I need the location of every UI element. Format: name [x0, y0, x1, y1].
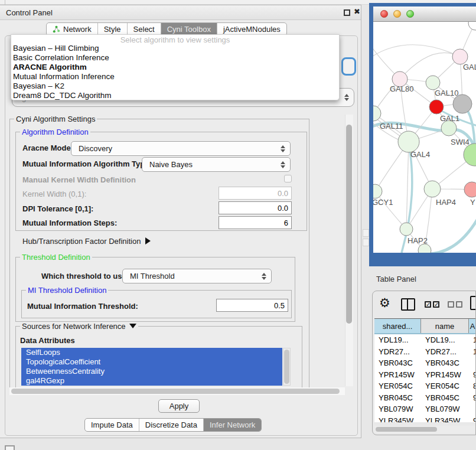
- list-item-gal4rgexp[interactable]: gal4RGexp: [21, 376, 282, 386]
- tab-infer-network-label: Infer Network: [210, 420, 255, 429]
- column-header-cut[interactable]: A: [469, 319, 476, 333]
- tab-network[interactable]: Network: [47, 23, 98, 35]
- settings-vertical-scrollbar-thumb[interactable]: [346, 125, 352, 324]
- table-row[interactable]: YER054C YER054C 8.: [374, 380, 476, 392]
- table-panel: ⚙ ✓ ✓ shared... name A YDL19... YDL19...…: [372, 291, 476, 435]
- kernel-width-field[interactable]: [219, 187, 292, 200]
- node-label: GAL11: [380, 122, 403, 131]
- close-traffic-light-icon[interactable]: [380, 10, 388, 18]
- expanded-arrow-icon: [129, 324, 136, 328]
- table-header-row: shared... name A: [374, 319, 476, 334]
- combo-spinner-icon: [344, 94, 348, 101]
- dropdown-item-dream8[interactable]: Dream8 DC_TDC Algorithm: [11, 91, 339, 100]
- manual-kernel-label: Manual Kernel Width Definition: [22, 175, 136, 184]
- document-icon[interactable]: [470, 296, 476, 310]
- focused-button[interactable]: [341, 57, 356, 76]
- cell: YBR045C: [421, 393, 469, 402]
- dropdown-item-mutual-information[interactable]: Mutual Information Inference: [11, 72, 339, 81]
- tab-discretize-data[interactable]: Discretize Data: [139, 419, 204, 431]
- splitter-collapse-button[interactable]: [363, 229, 369, 237]
- column-header-name[interactable]: name: [421, 319, 469, 333]
- aracne-mode-combo[interactable]: Discovery: [71, 141, 291, 156]
- network-node-gal10[interactable]: [426, 76, 440, 90]
- dropdown-item-basic-correlation[interactable]: Basic Correlation Inference: [11, 53, 339, 63]
- network-node-gal11[interactable]: [373, 106, 381, 121]
- table-row[interactable]: YLR345W YLR345W 9.: [374, 415, 476, 423]
- hub-definition-toggle[interactable]: Hub/Transcription Factor Definition: [22, 237, 151, 246]
- gear-icon[interactable]: ⚙: [379, 296, 390, 309]
- columns-icon[interactable]: [401, 298, 415, 311]
- corner-widget[interactable]: [5, 445, 15, 450]
- table-row[interactable]: YBR043C YBR043C: [374, 357, 476, 369]
- node-label: GAL80: [390, 84, 413, 93]
- network-window-titlebar[interactable]: [373, 6, 476, 22]
- unchecked-checkbox-icon[interactable]: [448, 301, 454, 308]
- network-view-window: GAL GAL80 GAL10 GAL1 GAL11 SWI4 GAL4 GCY…: [373, 6, 476, 253]
- control-panel-titlebar[interactable]: Control Panel ✖: [0, 5, 361, 20]
- table-row[interactable]: YDR27... YDR27... 12: [374, 346, 476, 358]
- dropdown-item-bayesian-hill-climbing[interactable]: Bayesian – Hill Climbing: [11, 44, 339, 53]
- network-node-hap4[interactable]: [424, 181, 441, 197]
- table-horizontal-scrollbar[interactable]: [374, 426, 476, 433]
- list-scrollbar[interactable]: [283, 348, 291, 386]
- cell: YBL079W: [374, 405, 421, 413]
- dropdown-item-bayesian-k2[interactable]: Bayesian – K2: [11, 81, 339, 91]
- tab-select[interactable]: Select: [128, 23, 161, 35]
- close-icon[interactable]: ✖: [354, 7, 360, 16]
- table-row[interactable]: YBR045C YBR045C 9.: [374, 392, 476, 404]
- network-node-hap2[interactable]: [400, 223, 413, 236]
- list-item-topologicalcoefficient[interactable]: TopologicalCoefficient: [21, 357, 282, 367]
- which-threshold-combo[interactable]: MI Threshold: [122, 269, 272, 283]
- table-horizontal-scrollbar-thumb[interactable]: [376, 427, 437, 432]
- settings-horizontal-scrollbar-thumb[interactable]: [11, 389, 340, 394]
- dpi-tolerance-field[interactable]: [219, 201, 292, 214]
- cell: 9.: [469, 393, 476, 402]
- tab-cyni-toolbox[interactable]: Cyni Toolbox: [161, 23, 217, 35]
- dropdown-item-aracne[interactable]: ARACNE Algorithm: [11, 63, 339, 72]
- tab-style-label: Style: [104, 25, 121, 34]
- checked-checkbox-icon[interactable]: ✓: [425, 301, 431, 308]
- cell: 9.: [469, 370, 476, 379]
- network-node[interactable]: [464, 182, 476, 197]
- network-node-gal1[interactable]: [429, 100, 444, 114]
- mi-type-combo[interactable]: Naive Bayes: [142, 157, 291, 172]
- kernel-width-label: Kernel Width (0,1):: [22, 190, 86, 198]
- which-threshold-label: Which threshold to use:: [41, 272, 129, 281]
- float-window-icon[interactable]: [344, 9, 350, 16]
- manual-kernel-checkbox[interactable]: [284, 175, 292, 182]
- network-node-gcy1[interactable]: [373, 184, 382, 198]
- tab-style[interactable]: Style: [98, 23, 128, 35]
- unchecked-checkbox-icon[interactable]: [456, 301, 462, 308]
- cell: 13: [469, 335, 476, 344]
- tab-impute-data[interactable]: Impute Data: [85, 419, 139, 431]
- list-item-betweennesscentrality[interactable]: BetweennessCentrality: [21, 367, 282, 376]
- node-label: HAP4: [436, 198, 456, 207]
- cell: YBR043C: [374, 358, 421, 367]
- table-row[interactable]: YDL19... YDL19... 13: [374, 334, 476, 346]
- tab-infer-network[interactable]: Infer Network: [204, 419, 261, 431]
- network-node[interactable]: [468, 22, 476, 30]
- table-row[interactable]: YPR145W YPR145W 9.: [374, 369, 476, 381]
- apply-button[interactable]: Apply: [158, 399, 200, 413]
- zoom-traffic-light-icon[interactable]: [406, 10, 414, 18]
- column-header-shared[interactable]: shared...: [374, 319, 421, 333]
- data-attributes-list[interactable]: SelfLoops TopologicalCoefficient Between…: [21, 348, 282, 386]
- sources-title-text: Sources for Network Inference: [22, 322, 126, 331]
- network-node-gal4[interactable]: [398, 131, 419, 152]
- table-row[interactable]: YBL079W YBL079W: [374, 403, 476, 415]
- mi-steps-field[interactable]: [219, 216, 292, 229]
- cell: YBL079W: [421, 405, 469, 413]
- tab-jactivemnodules[interactable]: jActiveMNodules: [217, 23, 286, 35]
- network-graph[interactable]: GAL GAL80 GAL10 GAL1 GAL11 SWI4 GAL4 GCY…: [373, 22, 476, 253]
- mi-threshold-field[interactable]: [216, 299, 288, 312]
- list-scrollbar-thumb[interactable]: [284, 350, 289, 384]
- network-icon: [53, 25, 60, 33]
- network-canvas[interactable]: GAL GAL80 GAL10 GAL1 GAL11 SWI4 GAL4 GCY…: [373, 22, 476, 253]
- sources-group-title[interactable]: Sources for Network Inference: [20, 322, 138, 331]
- settings-group-title: Cyni Algorithm Settings: [14, 115, 97, 123]
- splitter-expand-button[interactable]: [363, 239, 369, 246]
- list-item-selfloops[interactable]: SelfLoops: [21, 348, 282, 357]
- table-panel-title: Table Panel: [376, 275, 416, 283]
- minimize-traffic-light-icon[interactable]: [393, 10, 401, 18]
- checked-checkbox-icon[interactable]: ✓: [433, 301, 439, 308]
